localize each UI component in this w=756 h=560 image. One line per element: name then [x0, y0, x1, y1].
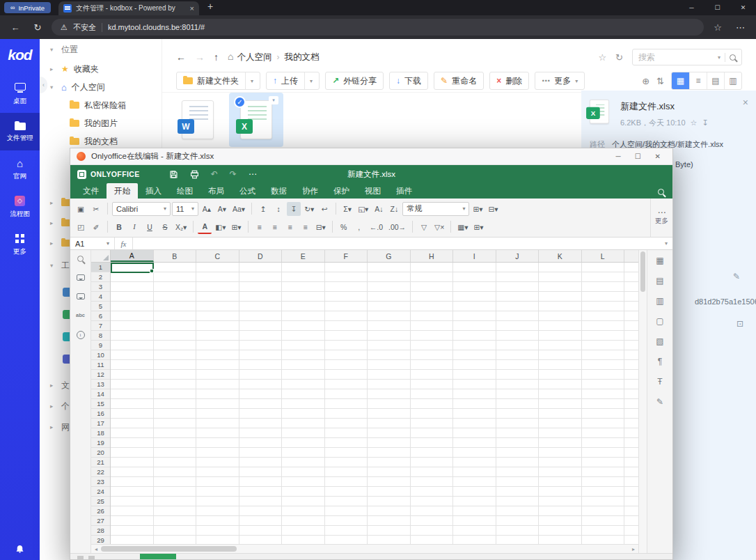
name-box[interactable]: A1 ▾ [70, 238, 115, 249]
rail-item-desktop[interactable]: 桌面 [0, 75, 40, 113]
oo-align-middle-button[interactable]: ↕ [271, 202, 285, 216]
scroll-right-icon[interactable]: ▸ [630, 546, 637, 552]
row-header-8[interactable]: 8 [91, 331, 110, 341]
row-header-20[interactable]: 20 [91, 448, 110, 458]
textart-settings-icon[interactable]: Ŧ [657, 377, 662, 387]
zoom-icon[interactable]: ⊕ [642, 76, 649, 86]
print-icon[interactable] [190, 170, 199, 179]
row-header-16[interactable]: 16 [91, 409, 110, 419]
rail-item-site[interactable]: ⌂官网 [0, 150, 40, 188]
rail-item-more[interactable]: 更多 [0, 226, 40, 263]
insert-function-button[interactable]: fx [115, 238, 133, 249]
column-header-H[interactable]: H [411, 250, 454, 262]
download-button[interactable]: ↓下载 [389, 72, 428, 90]
column-header-J[interactable]: J [496, 250, 540, 262]
quick-more-icon[interactable]: ⋯ [249, 169, 257, 179]
row-header-6[interactable]: 6 [91, 311, 110, 321]
dialog-maximize-button[interactable]: ☐ [635, 153, 641, 160]
edit-description-icon[interactable]: ✎ [733, 272, 740, 281]
spellcheck-icon[interactable]: abc [76, 312, 85, 318]
dialog-minimize-button[interactable]: ─ [616, 153, 621, 160]
row-header-24[interactable]: 24 [91, 487, 110, 497]
sidebar-item-personal-space[interactable]: ▾⌂个人空间 [40, 78, 162, 96]
row-header-29[interactable]: 29 [91, 536, 110, 544]
detail-star-icon[interactable]: ☆ [691, 118, 698, 127]
row-header-5[interactable]: 5 [91, 302, 110, 311]
chevron-icon[interactable]: ▸ [50, 65, 56, 72]
pivot-settings-icon[interactable]: ▥ [656, 296, 663, 306]
oo-paste-button[interactable]: ▣ [74, 202, 88, 216]
oo-font-increase-button[interactable]: A▴ [200, 202, 214, 216]
ribbon-tab-布局[interactable]: 布局 [200, 183, 232, 199]
oo-align-bottom-button[interactable]: ↧ [287, 202, 301, 216]
view-columns-button[interactable]: ▥ [724, 72, 741, 89]
oo-borders-button[interactable]: ⊞▾ [230, 220, 244, 234]
dialog-title-bar[interactable]: Onlyoffice在线编辑 - 新建文件.xlsx ─ ☐ ✕ [70, 148, 672, 165]
oo-orientation-button[interactable]: ↻▾ [302, 202, 316, 216]
window-maximize-button[interactable]: ☐ [704, 0, 730, 15]
oo-comma-style-button[interactable]: , [352, 220, 366, 234]
formula-bar-expand-icon[interactable]: ▾ [660, 238, 672, 249]
split-caret-icon[interactable]: ▾ [245, 72, 253, 89]
tree-section-location[interactable]: ▾ 位置 [40, 39, 162, 60]
ribbon-tab-保护[interactable]: 保护 [326, 183, 357, 199]
view-grid-button[interactable]: ▦ [672, 72, 689, 89]
oo-wrap-text-button[interactable]: ↩ [317, 202, 331, 216]
browser-tab[interactable]: 文件管理 - kodbox - Powered by × [58, 1, 199, 15]
chevron-right-icon[interactable]: ▸ [50, 240, 56, 247]
favorite-folder-icon[interactable]: ☆ [598, 52, 606, 63]
sidebar-item-private-safe[interactable]: 私密保险箱 [40, 96, 162, 114]
oo-fill-color-button[interactable]: ◧▾ [213, 220, 228, 234]
browser-menu-icon[interactable]: ⋯ [732, 22, 749, 33]
nav-up-button[interactable]: ↑ [214, 52, 219, 63]
oo-align-left-button[interactable]: ≡ [253, 220, 267, 234]
oo-align-top-button[interactable]: ↥ [256, 202, 270, 216]
ribbon-tab-插件[interactable]: 插件 [388, 183, 420, 199]
ribbon-tab-协作[interactable]: 协作 [294, 183, 326, 199]
selected-check-icon[interactable]: ✓ [234, 96, 246, 108]
grid-cells[interactable] [111, 263, 638, 544]
redo-icon[interactable]: ↷ [230, 169, 237, 179]
file-item-excel[interactable]: X ✓ ▾ [229, 93, 283, 147]
search-options-caret-icon[interactable]: ▾ [718, 54, 720, 61]
row-header-7[interactable]: 7 [91, 321, 110, 331]
oo-change-case-button[interactable]: Aa▾ [230, 202, 247, 216]
oo-cond-format-button[interactable]: ▦▾ [455, 220, 470, 234]
column-header-I[interactable]: I [453, 250, 496, 262]
row-header-18[interactable]: 18 [91, 428, 110, 438]
comments-icon[interactable] [77, 274, 85, 281]
column-header-E[interactable]: E [282, 250, 325, 262]
row-header-12[interactable]: 12 [91, 370, 110, 380]
add-sheet-icon[interactable] [77, 556, 84, 560]
share-button[interactable]: ↗外链分享 [325, 72, 384, 90]
formula-input[interactable] [133, 238, 660, 249]
column-header-F[interactable]: F [325, 250, 368, 262]
oo-merge-cells-button[interactable]: ⊟▾ [314, 220, 328, 234]
scroll-left-icon[interactable]: ◂ [93, 546, 100, 552]
chart-settings-icon[interactable]: ▧ [656, 336, 663, 346]
horizontal-scroll-thumb[interactable] [101, 546, 237, 552]
oo-copy-button[interactable]: ◰ [74, 220, 88, 234]
rail-item-file-manager[interactable]: 文件管理 [0, 113, 40, 150]
undo-icon[interactable]: ↶ [211, 169, 218, 179]
about-icon[interactable]: i [77, 331, 85, 339]
oo-number-format-select[interactable]: 常规▾ [402, 202, 469, 216]
row-header-3[interactable]: 3 [91, 282, 110, 292]
oo-font-color-button[interactable]: A [198, 220, 212, 234]
upload-button[interactable]: ↑上传▾ [266, 72, 320, 90]
row-header-27[interactable]: 27 [91, 516, 110, 526]
row-header-23[interactable]: 23 [91, 477, 110, 487]
file-menu-caret-icon[interactable]: ▾ [269, 96, 278, 104]
row-header-22[interactable]: 22 [91, 467, 110, 477]
spreadsheet-grid[interactable]: ABCDEFGHIJKL 123456789101112131415161718… [91, 250, 638, 544]
oo-underline-button[interactable]: U [143, 220, 157, 234]
column-header-C[interactable]: C [196, 250, 239, 262]
oo-strikeout-button[interactable]: S [158, 220, 172, 234]
oo-align-right-button[interactable]: ≡ [283, 220, 297, 234]
nav-forward-button[interactable]: → [195, 52, 205, 63]
breadcrumb-item[interactable]: 我的文档 [284, 52, 319, 63]
nav-back-button[interactable]: ← [176, 52, 186, 63]
chevron-right-icon[interactable]: ▸ [50, 219, 56, 226]
row-header-4[interactable]: 4 [91, 292, 110, 302]
column-header-G[interactable]: G [368, 250, 411, 262]
